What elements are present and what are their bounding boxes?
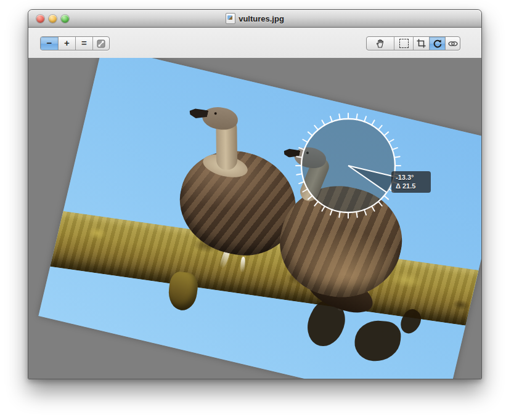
window-title: vultures.jpg <box>239 14 284 23</box>
select-tool-button[interactable] <box>394 37 414 50</box>
image-canvas[interactable] <box>38 58 481 379</box>
marquee-icon <box>399 39 409 48</box>
zoom-in-button[interactable]: + <box>59 37 76 50</box>
toolbar: − + = <box>28 28 481 59</box>
document-proxy-icon[interactable] <box>226 13 235 24</box>
chain-icon <box>448 40 458 47</box>
hand-icon <box>375 39 385 49</box>
rotate-tool-button[interactable] <box>430 37 446 50</box>
rotation-angle-value: -13.3° <box>396 173 426 182</box>
rotate-icon <box>433 39 443 49</box>
zoom-segmented-control: − + = <box>40 36 110 50</box>
rotation-delta-value: Δ 21.5 <box>396 182 426 190</box>
link-tool-button[interactable] <box>446 37 460 50</box>
minus-icon: − <box>47 38 52 47</box>
branch-knob <box>166 270 200 312</box>
rotation-angle-badge: -13.3° Δ 21.5 <box>391 171 431 193</box>
app-window: vultures.jpg − + = <box>28 9 482 379</box>
crop-icon <box>417 39 426 48</box>
zoom-to-fit-button[interactable] <box>93 37 109 50</box>
pan-tool-button[interactable] <box>367 37 394 50</box>
title-bar[interactable]: vultures.jpg <box>28 10 481 28</box>
plus-icon: + <box>64 38 70 47</box>
crop-tool-button[interactable] <box>414 37 430 50</box>
rotation-dial[interactable] <box>290 107 407 224</box>
fit-image-icon <box>97 39 105 48</box>
desktop: vultures.jpg − + = <box>0 0 506 420</box>
equals-icon: = <box>81 38 87 47</box>
zoom-out-button[interactable]: − <box>41 37 59 50</box>
canvas-background: -13.3° Δ 21.5 <box>28 58 481 379</box>
vulture-left-head <box>201 106 239 131</box>
tools-segmented-control <box>366 36 460 50</box>
hanging-moss <box>353 319 402 363</box>
actual-size-button[interactable]: = <box>76 37 93 50</box>
